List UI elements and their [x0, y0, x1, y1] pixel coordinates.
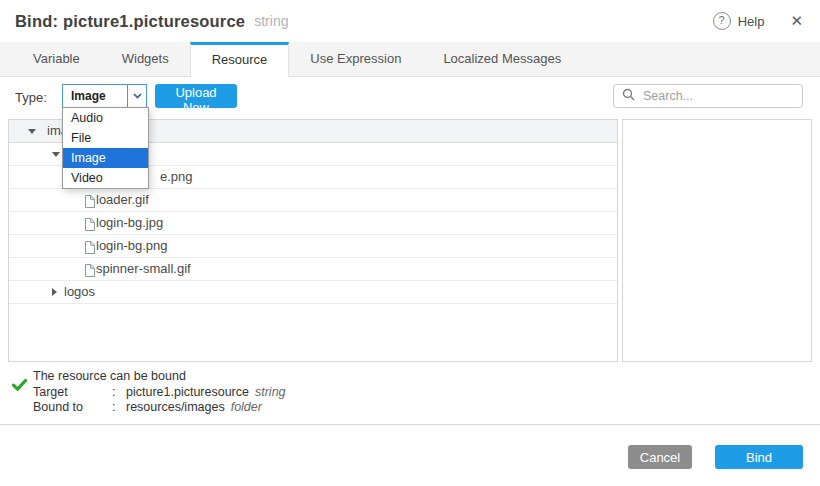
titlebar-actions: ? Help ✕	[713, 12, 803, 30]
tree-row-file[interactable]: login-bg.jpg	[9, 212, 617, 235]
upload-new-button[interactable]: Upload New	[155, 84, 237, 108]
tree-row-file[interactable]: spinner-small.gif	[9, 258, 617, 281]
type-label: Type:	[15, 90, 47, 105]
type-select[interactable]: Image	[62, 84, 147, 108]
search-icon	[622, 87, 635, 105]
file-icon	[84, 216, 95, 235]
type-select-value: Image	[63, 89, 127, 103]
bind-status: The resource can be bound Target:picture…	[12, 369, 286, 416]
bind-button[interactable]: Bind	[715, 445, 803, 469]
bound-to-value: resources/images	[126, 400, 225, 414]
status-bound-to-row: Bound to:resources/imagesfolder	[33, 400, 286, 416]
tab-bar: Variable Widgets Resource Use Expression…	[0, 42, 820, 77]
type-dropdown-list: Audio File Image Video	[62, 107, 149, 189]
tab-localized-messages[interactable]: Localized Messages	[422, 42, 582, 76]
type-option-video[interactable]: Video	[63, 168, 148, 188]
tree-row-file[interactable]: login-bg.png	[9, 235, 617, 258]
bound-to-value-type: folder	[231, 400, 262, 414]
file-icon	[84, 239, 95, 258]
bind-dialog: Bind: picture1.picturesource string ? He…	[0, 0, 820, 486]
caret-down-icon[interactable]	[28, 129, 36, 134]
tab-use-expression[interactable]: Use Expression	[289, 42, 422, 76]
dialog-footer: Cancel Bind	[0, 425, 820, 486]
close-icon[interactable]: ✕	[790, 12, 803, 30]
status-target-row: Target:picture1.picturesourcestring	[33, 385, 286, 401]
help-link[interactable]: Help	[738, 14, 765, 29]
file-icon	[84, 262, 95, 281]
chevron-down-icon	[127, 85, 146, 107]
tree-row-file[interactable]: loader.gif	[9, 189, 617, 212]
type-option-file[interactable]: File	[63, 128, 148, 148]
tab-widgets[interactable]: Widgets	[101, 42, 190, 76]
tab-variable[interactable]: Variable	[12, 42, 101, 76]
target-value-type: string	[255, 385, 286, 399]
type-option-audio[interactable]: Audio	[63, 108, 148, 128]
status-lines: The resource can be bound Target:picture…	[33, 369, 286, 416]
search-input[interactable]	[641, 88, 794, 104]
status-message: The resource can be bound	[33, 369, 286, 385]
help-icon[interactable]: ?	[713, 12, 731, 30]
type-option-image[interactable]: Image	[63, 148, 148, 168]
title-type-badge: string	[254, 13, 288, 29]
target-value: picture1.picturesource	[126, 385, 249, 399]
page-title: Bind: picture1.picturesource	[15, 12, 245, 31]
tab-resource[interactable]: Resource	[190, 42, 290, 77]
search-box[interactable]	[613, 84, 803, 108]
file-icon	[84, 193, 95, 212]
caret-down-icon[interactable]	[52, 152, 60, 157]
caret-right-icon[interactable]	[52, 288, 57, 296]
tree-row-logos-folder[interactable]: logos	[9, 281, 617, 304]
dialog-titlebar: Bind: picture1.picturesource string ? He…	[0, 0, 820, 42]
success-check-icon	[12, 377, 27, 395]
resource-preview-panel	[622, 119, 812, 362]
cancel-button[interactable]: Cancel	[628, 445, 692, 469]
